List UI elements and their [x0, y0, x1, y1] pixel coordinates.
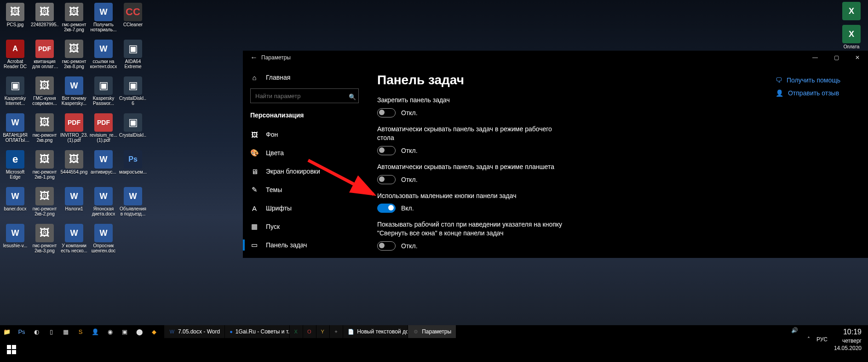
volume-icon[interactable]: 🔊	[791, 327, 798, 333]
desktop-icon[interactable]: Wlesushie-v...	[1, 223, 29, 259]
desktop-icon[interactable]: 🖼гмс-ремонт 2кв-3.png	[30, 223, 59, 259]
taskbar-clock[interactable]: ˄ РУС 10:19 четверг 14.05.2020	[803, 326, 868, 352]
search-icon[interactable]: 🔍	[349, 93, 356, 100]
file-icon: 🖼	[35, 76, 54, 95]
desktop-icon[interactable]: 🖼гмс-ремонт 2кв-7.png	[60, 2, 88, 38]
sidebar-item[interactable]: 🖼Фон	[243, 125, 366, 144]
minimize-button[interactable]: —	[805, 51, 826, 64]
sidebar-item[interactable]: ▭Панель задач	[243, 236, 366, 254]
desktop-icon[interactable]: WЯпонская диета.docx	[89, 186, 118, 222]
file-label: INVITRO_23... (1).pdf	[60, 133, 88, 143]
file-label: Вот почему Kaspersky...	[60, 96, 88, 106]
desktop-icon[interactable]: AAcrobat Reader DC	[1, 39, 29, 75]
close-button[interactable]: ✕	[847, 51, 868, 64]
desktop-icon[interactable]: X	[837, 1, 866, 22]
nav-icon: ✎	[250, 186, 259, 194]
desktop-icon[interactable]: ▣CrystalDiskI... 6	[119, 76, 147, 111]
nav-home[interactable]: ⌂ Главная	[243, 68, 366, 87]
quick-app2[interactable]: ▯	[45, 326, 57, 338]
taskbar-button[interactable]: W7.05.docx - Word	[164, 325, 224, 338]
toggle-switch[interactable]	[377, 241, 396, 251]
desktop-icon[interactable]: 🖼2248287995...	[30, 2, 59, 38]
svg-rect-3	[7, 350, 11, 354]
search-input[interactable]	[250, 88, 359, 103]
desktop-icon[interactable]: Psмакросъем...	[119, 149, 147, 185]
file-icon: W	[6, 224, 24, 242]
file-icon: ▣	[124, 113, 142, 132]
desktop-icon[interactable]: WОбъявления в подъезд...	[119, 186, 147, 222]
desktop-icon[interactable]: CCCCleaner	[119, 2, 147, 38]
desktop-icon[interactable]: 🖼гмс-ремонт 2кв-8.png	[60, 39, 88, 75]
taskbar-button[interactable]: ⚙Параметры	[408, 325, 456, 338]
toggle-switch[interactable]	[377, 204, 396, 213]
settings-main: Панель задач Закрепить панель задач Откл…	[366, 64, 868, 258]
taskbar-button[interactable]: Y	[316, 325, 329, 338]
quick-app8[interactable]: ◆	[148, 326, 160, 338]
desktop-icon[interactable]: ▣Kaspersky Internet...	[1, 76, 29, 111]
app-icon: W	[169, 328, 175, 335]
desktop-icon[interactable]: Wbaner.docx	[1, 186, 29, 222]
desktop-icon[interactable]: WУ компании есть неско...	[60, 223, 88, 259]
desktop-icon[interactable]: PDFквитанция для оплаты пат...	[30, 39, 59, 75]
taskbar-button[interactable]: ✦	[330, 325, 343, 338]
desktop-icon[interactable]: 🖼гмс-ремонт 2кв.png	[30, 112, 59, 148]
file-icon: A	[6, 40, 24, 58]
desktop-icon[interactable]: 🖼гмс-ремонт 2кв-2.png	[30, 186, 59, 222]
maximize-button[interactable]: ▢	[826, 51, 847, 64]
toggle-switch[interactable]	[377, 146, 396, 155]
app-label: Параметры	[422, 328, 451, 335]
sidebar-item[interactable]: ▦Пуск	[243, 217, 366, 236]
start-button[interactable]	[0, 338, 23, 361]
option-label: Автоматически скрывать панель задач в ре…	[377, 125, 570, 142]
language-indicator[interactable]: РУС	[816, 336, 828, 343]
quick-app3[interactable]: ▦	[60, 326, 72, 338]
taskbar-button[interactable]: O	[303, 325, 316, 338]
quick-app5[interactable]: 👤	[89, 326, 101, 338]
back-icon[interactable]: ←	[250, 53, 258, 62]
feedback-link[interactable]: 👤Отправить отзыв	[776, 89, 840, 97]
sidebar-item[interactable]: 🖥Экран блокировки	[243, 162, 366, 181]
desktop-icon[interactable]: PDFrevisium_re... (1).pdf	[89, 112, 118, 148]
file-label: Получить нотариаль...	[90, 22, 117, 32]
nav-label: Темы	[266, 186, 282, 193]
desktop-icon[interactable]: WПолучить нотариаль...	[89, 2, 118, 38]
help-link[interactable]: 🗨Получить помощь	[776, 76, 840, 84]
quick-app7[interactable]: ⬤	[133, 326, 145, 338]
desktop-icon[interactable]: WВот почему Kaspersky...	[60, 76, 88, 111]
quick-chrome[interactable]: ◉	[104, 326, 116, 338]
desktop-icon[interactable]: 🖼гмс-ремонт 2кв-1.png	[30, 149, 59, 185]
desktop-icon[interactable]: WНалоги1	[60, 186, 88, 222]
desktop-icon[interactable]: 🖼5444554.png	[60, 149, 88, 185]
file-label: Японская диета.docx	[90, 206, 117, 216]
taskbar-button[interactable]: X	[290, 325, 303, 338]
quick-explorer[interactable]: 📁	[1, 326, 13, 338]
quick-app1[interactable]: ◐	[30, 326, 42, 338]
quick-ps[interactable]: Ps	[16, 326, 28, 338]
file-label: lesushie-v...	[3, 243, 28, 248]
desktop-icon[interactable]: ▣Kaspersky Passwor...	[89, 76, 118, 111]
desktop-icon[interactable]: WОпросник шенген.doc	[89, 223, 118, 259]
file-icon: W	[65, 76, 83, 95]
tray-chevron-icon[interactable]: ˄	[807, 336, 810, 343]
sidebar-item[interactable]: 🎨Цвета	[243, 144, 366, 162]
aside-links: 🗨Получить помощь 👤Отправить отзыв	[776, 76, 840, 97]
desktop-icon[interactable]: PDFINVITRO_23... (1).pdf	[60, 112, 88, 148]
desktop-icon[interactable]: ▣CrystalDiskI...	[119, 112, 147, 148]
desktop-icon[interactable]: eMicrosoft Edge	[1, 149, 29, 185]
quick-app6[interactable]: ▣	[119, 326, 131, 338]
file-icon: 🖼	[65, 3, 83, 21]
desktop-icon[interactable]: ▣AIDA64 Extreme	[119, 39, 147, 75]
taskbar-button[interactable]: 📄Новый текстовой до...	[343, 325, 408, 338]
sidebar-item[interactable]: AШрифты	[243, 199, 366, 217]
desktop-icon[interactable]: Wантивирус...	[89, 149, 118, 185]
desktop-icon[interactable]: 🖼PCS.jpg	[1, 2, 29, 38]
sidebar-item[interactable]: ✎Темы	[243, 181, 366, 199]
toggle-switch[interactable]	[377, 108, 396, 117]
desktop-icon[interactable]: Wссылки на контент.docx	[89, 39, 118, 75]
quick-app4[interactable]: S	[75, 326, 86, 338]
desktop-icon[interactable]: 🖼ГМС-кухня современ...	[30, 76, 59, 111]
taskbar-button[interactable]: ●1Gai.Ru - Советы и т...	[225, 325, 289, 338]
desktop-icon[interactable]: WВАТАНЦИЯ ОПЛАТЫ П...	[1, 112, 29, 148]
app-label: Новый текстовой до...	[357, 328, 408, 335]
toggle-switch[interactable]	[377, 175, 396, 184]
